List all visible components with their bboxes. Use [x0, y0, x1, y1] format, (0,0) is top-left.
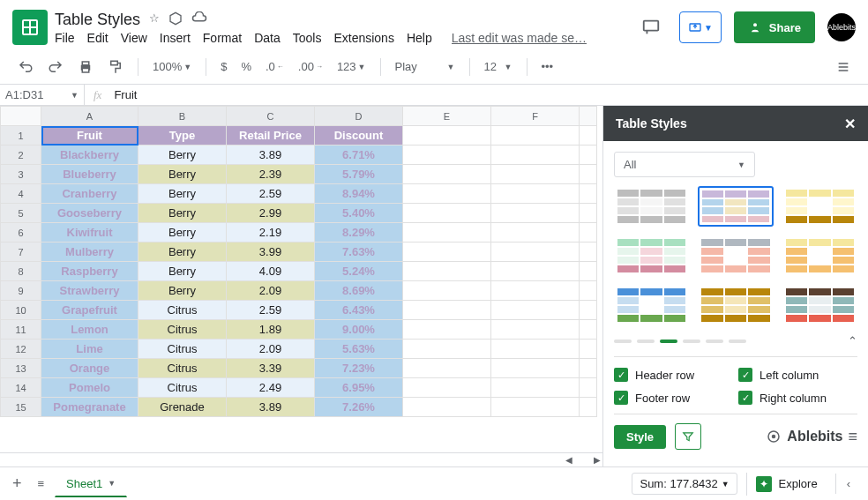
menu-data[interactable]: Data [254, 31, 281, 45]
cell[interactable] [580, 223, 597, 243]
sheets-app-icon[interactable] [12, 10, 48, 45]
scroll-left-icon[interactable]: ◀ [565, 455, 572, 465]
cloud-status-icon[interactable] [191, 11, 207, 28]
cell[interactable] [403, 184, 491, 204]
page-dot[interactable] [729, 340, 746, 343]
cell[interactable] [491, 165, 580, 184]
cell[interactable]: Citrus [138, 340, 227, 359]
cell[interactable] [580, 320, 597, 340]
formula-bar[interactable]: Fruit [110, 88, 137, 101]
paint-format-button[interactable] [102, 56, 129, 78]
cell[interactable]: Berry [138, 281, 227, 301]
cell[interactable] [403, 320, 491, 340]
cell[interactable]: Grapefruit [41, 301, 138, 320]
comments-icon[interactable] [635, 11, 667, 43]
cell[interactable] [403, 262, 491, 281]
select-all-corner[interactable] [1, 107, 41, 126]
cell[interactable] [580, 301, 597, 320]
style-template[interactable] [698, 235, 773, 276]
row-header[interactable]: 5 [1, 204, 41, 223]
style-template[interactable] [782, 186, 857, 227]
menu-file[interactable]: File [55, 31, 75, 45]
cell[interactable]: 8.69% [315, 281, 403, 301]
cell[interactable]: Pomegranate [41, 398, 138, 417]
cell[interactable] [580, 126, 597, 146]
page-dot[interactable] [614, 340, 632, 343]
row-header[interactable]: 11 [1, 320, 41, 340]
cell[interactable]: 7.63% [315, 243, 403, 262]
cell[interactable]: 2.59 [227, 301, 315, 320]
cell[interactable]: 2.19 [227, 223, 315, 243]
col-header[interactable]: E [403, 107, 491, 126]
style-template[interactable] [698, 186, 773, 227]
cell[interactable]: 6.95% [315, 378, 403, 398]
filter-button[interactable] [675, 423, 701, 450]
collapse-toolbar-button[interactable] [831, 56, 856, 78]
style-template[interactable] [614, 285, 689, 325]
row-header[interactable]: 6 [1, 223, 41, 243]
cell[interactable]: Citrus [138, 359, 227, 378]
cell[interactable] [491, 359, 580, 378]
cell[interactable]: Berry [138, 204, 227, 223]
cell[interactable] [403, 126, 491, 146]
cell[interactable] [491, 146, 580, 165]
cell[interactable] [403, 281, 491, 301]
cell[interactable]: Berry [138, 223, 227, 243]
cell[interactable] [580, 243, 597, 262]
cell[interactable] [403, 340, 491, 359]
spreadsheet-grid[interactable]: A B C D E F 1 Fruit Type Retail Price Di… [0, 106, 597, 417]
cell[interactable]: Orange [41, 359, 138, 378]
present-button[interactable]: ▼ [679, 11, 722, 43]
cell[interactable] [491, 398, 580, 417]
page-dot[interactable] [637, 340, 655, 343]
account-avatar[interactable]: Ablebits [827, 13, 856, 41]
scroll-right-icon[interactable]: ▶ [594, 455, 601, 465]
cell[interactable]: Strawberry [41, 281, 138, 301]
check-footer-row[interactable]: ✓Footer row [614, 391, 733, 405]
add-sheet-button[interactable]: + [7, 469, 27, 498]
cell[interactable]: Cranberry [41, 184, 138, 204]
cell[interactable]: 3.89 [227, 146, 315, 165]
cell[interactable]: Gooseberry [41, 204, 138, 223]
row-header[interactable]: 7 [1, 243, 41, 262]
row-header[interactable]: 3 [1, 165, 41, 184]
more-tools-button[interactable]: ••• [536, 56, 559, 77]
sheet-tab[interactable]: Sheet1▼ [55, 471, 127, 497]
cell[interactable] [491, 320, 580, 340]
cell[interactable]: Blackberry [41, 146, 138, 165]
cell[interactable] [580, 359, 597, 378]
menu-view[interactable]: View [121, 31, 147, 45]
cell[interactable] [491, 281, 580, 301]
menu-help[interactable]: Help [407, 31, 432, 45]
cell[interactable]: Grenade [138, 398, 227, 417]
last-edit-link[interactable]: Last edit was made se… [452, 31, 587, 45]
cell[interactable] [491, 204, 580, 223]
cell[interactable]: 2.99 [227, 204, 315, 223]
cell[interactable]: 1.89 [227, 320, 315, 340]
cell[interactable] [580, 378, 597, 398]
cell[interactable]: 3.89 [227, 398, 315, 417]
cell[interactable]: 3.39 [227, 359, 315, 378]
cell[interactable]: Berry [138, 184, 227, 204]
cell[interactable]: Pomelo [41, 378, 138, 398]
currency-button[interactable]: $ [215, 56, 232, 77]
cell[interactable] [403, 378, 491, 398]
menu-extensions[interactable]: Extensions [333, 31, 393, 45]
cell[interactable] [403, 204, 491, 223]
row-header[interactable]: 2 [1, 146, 41, 165]
cell[interactable]: Lemon [41, 320, 138, 340]
apply-style-button[interactable]: Style [614, 425, 666, 449]
cell[interactable]: Berry [138, 146, 227, 165]
cell[interactable]: Raspberry [41, 262, 138, 281]
name-box[interactable]: A1:D31▼ [0, 85, 85, 105]
cell[interactable] [403, 301, 491, 320]
cell[interactable] [580, 204, 597, 223]
star-icon[interactable]: ☆ [149, 11, 160, 28]
cell[interactable] [491, 126, 580, 146]
col-header[interactable]: A [41, 107, 138, 126]
cell[interactable]: 8.29% [315, 223, 403, 243]
cell[interactable]: 5.79% [315, 165, 403, 184]
cell[interactable]: Berry [138, 243, 227, 262]
row-header[interactable]: 1 [1, 126, 41, 146]
redo-button[interactable] [42, 56, 69, 78]
